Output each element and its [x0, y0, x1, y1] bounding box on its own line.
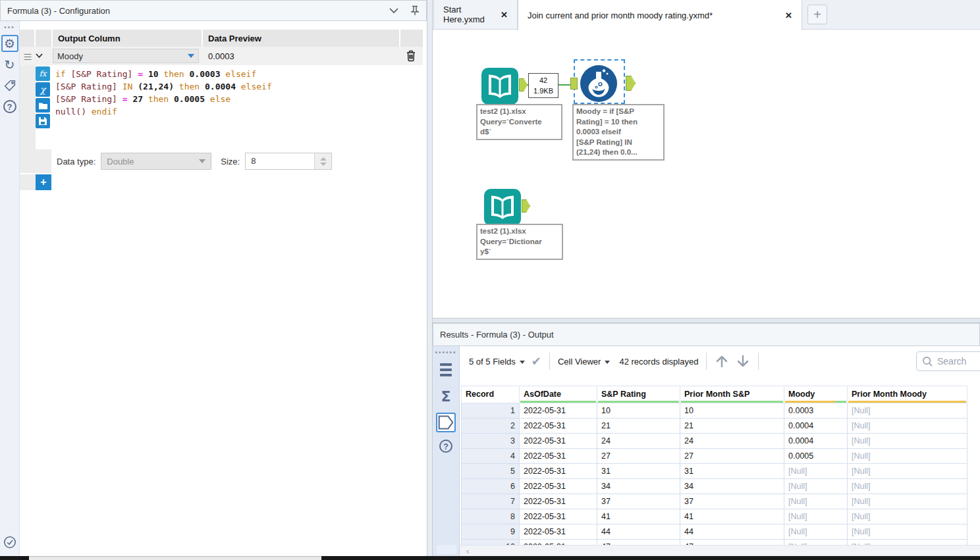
column-header[interactable]: S&P Rating	[597, 386, 680, 403]
results-title: Results - Formula (3) - Output	[440, 330, 554, 340]
horizontal-scrollbar[interactable]: ‹	[460, 545, 980, 556]
column-header[interactable]: Prior Month S&P	[680, 386, 784, 403]
new-tab-button[interactable]: +	[807, 5, 827, 24]
apply-check-icon[interactable]: ✔	[531, 354, 541, 369]
data-preview-header: Data Preview	[203, 30, 400, 47]
table-row[interactable]: 82022-05-314141[Null][Null]	[462, 509, 967, 524]
formula-code[interactable]: if [S&P Rating] = 10 then 0.0003 elseif[…	[55, 68, 272, 118]
table-row[interactable]: 22022-05-3121210.0004[Null]	[462, 419, 967, 434]
row-expand-chevron-icon[interactable]	[36, 53, 53, 59]
close-tab-icon[interactable]: ✕	[776, 11, 792, 20]
size-label: Size:	[221, 157, 240, 166]
workflow-canvas[interactable]: 42 1.9KB test2 (1).xlsx Q	[433, 30, 980, 318]
table-row[interactable]: 72022-05-313737[Null][Null]	[462, 494, 967, 509]
configuration-title: Formula (3) - Configuration	[7, 6, 110, 16]
data-profile-icon[interactable]	[436, 413, 456, 432]
annotation-tag-icon[interactable]	[1, 77, 18, 94]
table-row[interactable]: 62022-05-313434[Null][Null]	[462, 479, 967, 494]
table-row[interactable]: 42022-05-3127270.0005[Null]	[462, 449, 967, 464]
navigation-refresh-icon[interactable]: ↻	[1, 56, 18, 73]
results-header-row: RecordAsOfDateS&P RatingPrior Month S&PM…	[462, 386, 967, 403]
table-row[interactable]: 92022-05-314444[Null][Null]	[462, 524, 967, 540]
results-splitter[interactable]	[433, 318, 980, 323]
saved-expressions-folder-icon[interactable]	[36, 98, 50, 113]
collapse-chevron-icon[interactable]	[389, 8, 398, 14]
sidebar-grip[interactable]: •••	[0, 24, 19, 31]
configuration-title-bar: Formula (3) - Configuration	[0, 0, 427, 21]
output-anchor-icon[interactable]	[522, 199, 530, 213]
workflow-tab-bar: Start Here.yxmd ✕ Join current and prior…	[433, 0, 980, 30]
table-view-icon[interactable]	[436, 360, 456, 380]
size-stepper[interactable]: 8	[245, 153, 332, 170]
workflow-area: Start Here.yxmd ✕ Join current and prior…	[433, 0, 980, 318]
results-title-bar: Results - Formula (3) - Output	[433, 323, 980, 346]
column-header[interactable]: Moody	[784, 386, 848, 403]
close-tab-icon[interactable]: ✕	[491, 10, 508, 20]
results-sidebar: •••••• Σ ?	[433, 346, 460, 556]
panel-splitter[interactable]	[427, 0, 433, 556]
check-status-icon[interactable]	[1, 534, 18, 551]
functions-fx-icon[interactable]: fx	[36, 66, 50, 81]
add-expression-button[interactable]: +	[36, 174, 51, 190]
fields-dropdown[interactable]: 5 of 5 Fields	[469, 357, 525, 367]
output-column-select[interactable]: Moody	[53, 49, 199, 63]
search-icon	[922, 356, 933, 367]
help-icon[interactable]: ?	[436, 436, 456, 456]
search-input[interactable]	[937, 356, 980, 367]
cell-viewer-dropdown[interactable]: Cell Viewer	[558, 357, 611, 367]
scroll-up-icon[interactable]	[715, 354, 729, 369]
metadata-view-icon[interactable]: Σ	[436, 386, 456, 406]
dropdown-caret-icon	[199, 159, 205, 163]
output-column-header: Output Column	[53, 30, 203, 47]
results-table[interactable]: RecordAsOfDateS&P RatingPrior Month S&PM…	[460, 386, 980, 545]
configuration-body: Output Column Data Preview ——— Moody 0.0…	[20, 21, 427, 556]
input-data-tool-1[interactable]	[481, 68, 518, 105]
alteryx-designer-window: Formula (3) - Configuration ••• ⚙ </> ↻	[0, 0, 980, 560]
table-row[interactable]: 52022-05-313131[Null][Null]	[462, 464, 967, 479]
background-window-edge	[0, 556, 980, 560]
expression-grid-header: Output Column Data Preview	[20, 30, 423, 47]
tool-annotation[interactable]: Moody = if [S&P Rating] = 10 then 0.0003…	[572, 104, 665, 161]
data-type-row: Data type: Double Size: 8	[20, 149, 423, 173]
input-anchor-icon[interactable]	[570, 78, 578, 89]
tab-join-current-prior[interactable]: Join current and prior month moody ratin…	[518, 0, 802, 30]
expression-row: ——— Moody 0.0003	[20, 47, 423, 65]
row-grip-icon[interactable]: ———	[20, 52, 36, 60]
tool-annotation[interactable]: test2 (1).xlsx Query=`Dictionar y$`	[476, 224, 563, 260]
table-row[interactable]: 32022-05-3124240.0004[Null]	[462, 434, 967, 449]
configuration-sidebar: ••• ⚙ </> ↻ ?	[0, 21, 20, 556]
data-preview-value: 0.0003	[203, 51, 398, 61]
output-anchor-icon[interactable]	[519, 78, 528, 91]
configuration-tab-gear-icon[interactable]: ⚙	[1, 35, 18, 52]
results-table-body: 12022-05-3110100.0003[Null]22022-05-3121…	[462, 403, 967, 546]
column-header[interactable]: Prior Month Moody	[848, 386, 967, 403]
dropdown-caret-icon	[520, 361, 525, 364]
input-data-tool-2[interactable]	[484, 189, 521, 226]
data-type-select[interactable]: Double	[101, 153, 211, 170]
spinner-buttons[interactable]	[314, 153, 331, 169]
pin-icon[interactable]	[410, 5, 420, 16]
output-anchor-icon[interactable]	[626, 76, 636, 91]
tab-start-here[interactable]: Start Here.yxmd ✕	[433, 0, 518, 30]
dropdown-caret-icon	[188, 54, 194, 58]
formula-tool[interactable]	[580, 64, 618, 103]
columns-constants-icon[interactable]: χ	[36, 82, 50, 97]
dropdown-caret-icon	[605, 361, 610, 364]
table-row[interactable]: 102022-05-314747[Null][Null]	[462, 540, 967, 546]
sidebar-grip[interactable]: ••••••	[433, 349, 459, 356]
records-displayed-text: 42 records displayed	[619, 357, 698, 367]
scroll-down-icon[interactable]	[736, 354, 750, 369]
results-search[interactable]	[916, 351, 980, 371]
tool-annotation[interactable]: test2 (1).xlsx Query=`Converte d$`	[476, 104, 562, 140]
data-type-label: Data type:	[57, 157, 95, 166]
table-row[interactable]: 12022-05-3110100.0003[Null]	[462, 403, 967, 419]
column-header[interactable]: Record	[462, 386, 520, 403]
save-expression-disk-icon[interactable]	[36, 114, 50, 128]
formula-editor[interactable]: fx χ if [S&P Rating] = 10 then 0.0003 el…	[20, 65, 423, 149]
column-header[interactable]: AsOfDate	[520, 386, 597, 403]
configuration-panel: Formula (3) - Configuration ••• ⚙ </> ↻	[0, 0, 427, 556]
help-icon[interactable]: ?	[1, 98, 18, 115]
scroll-left-icon[interactable]: ‹	[466, 546, 469, 556]
delete-expression-icon[interactable]	[406, 50, 416, 62]
connection-progress-label[interactable]: 42 1.9KB	[528, 73, 558, 98]
